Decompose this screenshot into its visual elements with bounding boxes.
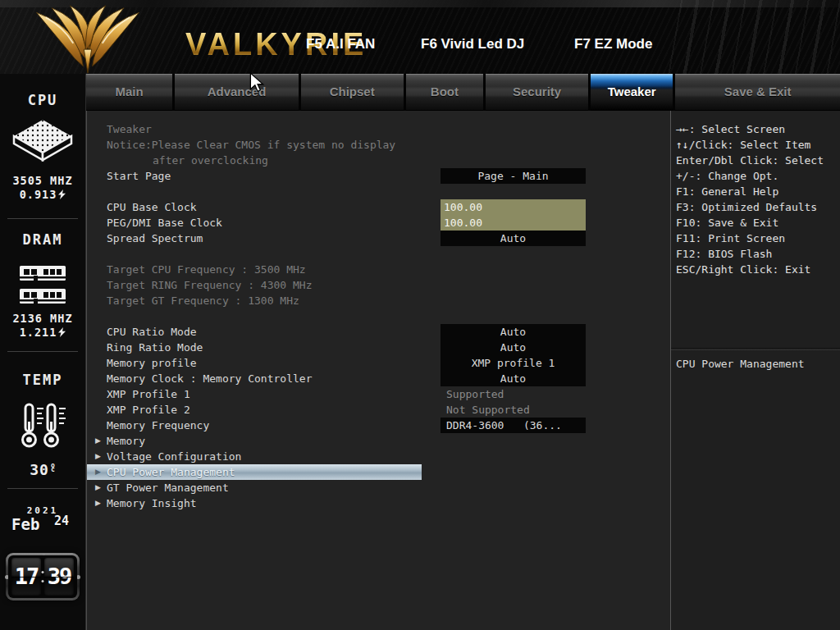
context-item-label: CPU Power Management: [676, 356, 805, 372]
row-label: Target CPU Frequency : 3500 MHz: [107, 262, 306, 277]
row-label: CPU Ratio Mode: [107, 324, 197, 340]
sidebar-divider: [7, 351, 78, 352]
bios-screen: VALKYRIE F5 A.I FAN F6 Vivid Led DJ F7 E…: [0, 0, 840, 630]
help-panel-divider: [671, 348, 840, 350]
submenu-row-voltage-configuration[interactable]: ▶Voltage Configuration: [87, 449, 670, 464]
row-label: Memory Clock : Memory Controller: [107, 371, 312, 386]
item-row-ring-ratio-mode[interactable]: Ring Ratio ModeAuto: [87, 340, 670, 355]
bolt-icon: [58, 327, 66, 337]
cpu-voltage: 0.913: [0, 188, 85, 201]
submenu-arrow-icon: ▶: [95, 449, 101, 464]
submenu-arrow-icon: ▶: [95, 495, 101, 511]
item-row-memory-clock-memory-controller[interactable]: Memory Clock : Memory ControllerAuto: [87, 371, 670, 386]
row-label: Start Page: [107, 168, 171, 184]
row-label: Voltage Configuration: [107, 449, 241, 464]
clock-minutes: 39: [44, 558, 74, 596]
info-row-target-gt-frequency-1300-mhz: Target GT Frequency : 1300 MHz: [87, 293, 670, 308]
infopair-row-xmp-profile-2: XMP Profile 2Not Supported: [87, 402, 670, 418]
value-field-spread-spectrum[interactable]: Auto: [441, 231, 586, 246]
temperature-value: 30oc: [0, 461, 85, 478]
row-label: Ring Ratio Mode: [107, 340, 203, 355]
thermometer-icon: [17, 402, 68, 454]
item-row-spread-spectrum[interactable]: Spread SpectrumAuto: [87, 231, 670, 246]
infopair-row-xmp-profile-1: XMP Profile 1Supported: [87, 386, 670, 402]
item-row-cpu-ratio-mode[interactable]: CPU Ratio ModeAuto: [87, 324, 670, 340]
row-label: CPU Base Clock: [107, 199, 197, 215]
tab-security[interactable]: Security: [486, 74, 588, 111]
help-line: ESC/Right Click: Exit: [676, 262, 810, 277]
item-row-start-page[interactable]: Start PagePage - Main: [87, 168, 670, 184]
spacer-row: [87, 246, 670, 262]
row-label: Target RING Frequency : 4300 MHz: [107, 277, 312, 293]
submenu-arrow-icon: ▶: [95, 464, 101, 480]
tab-bar: MainAdvancedChipsetBootSecurityTweakerSa…: [86, 74, 840, 111]
valkyrie-wings-logo: [26, 5, 149, 74]
value-field-memory-profile[interactable]: XMP profile 1: [441, 355, 586, 371]
row-label: XMP Profile 1: [107, 386, 190, 402]
tab-advanced[interactable]: Advanced: [175, 74, 299, 111]
date-month: Feb: [11, 515, 39, 533]
tab-save-exit[interactable]: Save & Exit: [675, 74, 840, 111]
section-row-tweaker: Tweaker: [87, 121, 670, 137]
value-field-ring-ratio-mode[interactable]: Auto: [441, 340, 586, 355]
submenu-arrow-icon: ▶: [95, 480, 101, 495]
tweaker-settings-panel: TweakerNotice:Please Clear CMOS if syste…: [86, 111, 670, 630]
help-panel: CPU Power Management →←: Select Screen↑↓…: [670, 111, 840, 630]
value-field-start-page[interactable]: Page - Main: [441, 168, 586, 184]
dram-voltage: 1.211: [0, 326, 85, 339]
spacer-row: [87, 308, 670, 324]
shortcut-f5-ai-fan[interactable]: F5 A.I FAN: [306, 36, 375, 52]
row-label: after overclocking: [153, 153, 268, 168]
status-sidebar: CPU 3505 MHZ 0.913 DRAM: [0, 74, 86, 630]
info-row-target-cpu-frequency-3500-mhz: Target CPU Frequency : 3500 MHz: [87, 262, 670, 277]
submenu-row-memory[interactable]: ▶Memory: [87, 433, 670, 449]
dram-frequency: 2136 MHZ: [0, 312, 85, 325]
submenu-arrow-icon: ▶: [95, 433, 101, 449]
row-label: Memory Insight: [107, 495, 197, 511]
notice-row-after-overclocking: after overclocking: [87, 153, 670, 168]
item-row-cpu-base-clock[interactable]: CPU Base Clock100.00: [87, 199, 670, 215]
tab-chipset[interactable]: Chipset: [301, 74, 404, 111]
tab-boot[interactable]: Boot: [406, 74, 483, 111]
cpu-frequency: 3505 MHZ: [0, 174, 85, 187]
value-text-xmp-profile-2: Not Supported: [441, 402, 586, 418]
shortcut-f6-vivid-led-dj[interactable]: F6 Vivid Led DJ: [421, 36, 524, 52]
sidebar-divider: [7, 488, 78, 489]
tab-main[interactable]: Main: [86, 74, 172, 111]
temp-section-title: TEMP: [0, 372, 85, 388]
help-line: F10: Save & Exit: [676, 215, 778, 231]
value-field-memory-clock-memory-controller[interactable]: Auto: [441, 371, 586, 386]
tab-tweaker[interactable]: Tweaker: [591, 74, 673, 111]
submenu-row-memory-insight[interactable]: ▶Memory Insight: [87, 495, 670, 511]
help-line: F12: BIOS Flash: [676, 246, 772, 262]
value-field-cpu-base-clock[interactable]: 100.00: [441, 199, 586, 215]
value-field-peg-dmi-base-clock[interactable]: 100.00: [441, 215, 586, 231]
mouse-cursor: [249, 72, 265, 92]
help-line: F3: Optimized Defaults: [676, 199, 817, 215]
value-text-xmp-profile-1: Supported: [441, 386, 586, 402]
flip-clock: 17 39: [6, 553, 80, 600]
clock-colon: [42, 571, 44, 582]
row-label: GT Power Management: [107, 480, 229, 495]
row-label: PEG/DMI Base Clock: [107, 215, 222, 231]
cpu-section-title: CPU: [0, 92, 85, 108]
help-line: F11: Print Screen: [676, 231, 785, 246]
help-line: →←: Select Screen: [676, 121, 785, 137]
item-row-peg-dmi-base-clock[interactable]: PEG/DMI Base Clock100.00: [87, 215, 670, 231]
item-row-memory-profile[interactable]: Memory profileXMP profile 1: [87, 355, 670, 371]
row-label: Tweaker: [107, 121, 152, 137]
clock-hours: 17: [11, 558, 41, 596]
dram-modules-icon: [17, 264, 68, 307]
shortcut-f7-ez-mode[interactable]: F7 EZ Mode: [574, 36, 652, 52]
sidebar-divider: [7, 218, 78, 219]
value-field-cpu-ratio-mode[interactable]: Auto: [441, 324, 586, 340]
row-label: Memory: [107, 433, 145, 449]
date-day: 24: [54, 514, 69, 528]
notice-row-notice-please-clear-cmos-if-system-no-display: Notice:Please Clear CMOS if system no di…: [87, 137, 670, 153]
item-row-memory-frequency[interactable]: Memory FrequencyDDR4-3600 (36...: [87, 418, 670, 433]
row-label: Target GT Frequency : 1300 MHz: [107, 293, 299, 308]
value-field-memory-frequency[interactable]: DDR4-3600 (36...: [441, 418, 586, 433]
submenu-row-cpu-power-management[interactable]: ▶CPU Power Management: [87, 464, 422, 480]
help-line: Enter/Dbl Click: Select: [676, 153, 824, 168]
submenu-row-gt-power-management[interactable]: ▶GT Power Management: [87, 480, 670, 495]
